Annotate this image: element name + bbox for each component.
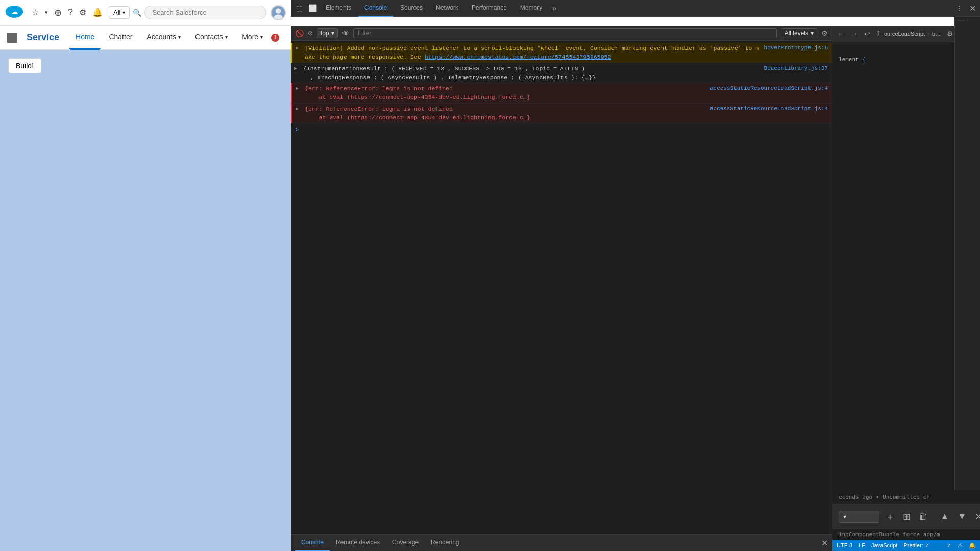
bottom-tab-coverage[interactable]: Coverage: [386, 535, 425, 552]
search-area: All ▾ 🔍: [109, 6, 266, 19]
notification-badge: 1: [271, 34, 279, 42]
nav-item-contacts[interactable]: Contacts ▾: [189, 26, 234, 50]
add-icon[interactable]: ⊕: [52, 6, 64, 19]
statusbar: UTF-8 LF JavaScript Prettier: ✓ ✓ ⚠ 🔔: [832, 540, 980, 551]
levels-selector[interactable]: All levels ▾: [781, 28, 817, 38]
bottom-tab-console[interactable]: Console: [295, 535, 330, 552]
close-bottom-panel-icon[interactable]: ✕: [821, 538, 828, 548]
entry-toggle[interactable]: ▶: [296, 85, 299, 92]
context-selector[interactable]: top ▾: [317, 28, 338, 38]
console-settings-icon[interactable]: ⚙: [821, 29, 828, 37]
sf-navbar: Service Home Chatter Accounts ▾ Contacts…: [0, 26, 291, 50]
search-input[interactable]: [144, 6, 266, 19]
add-panel-icon[interactable]: ＋: [884, 509, 897, 525]
user-avatar[interactable]: [271, 5, 286, 20]
forward-icon[interactable]: →: [849, 29, 860, 39]
entry-source[interactable]: hoverPrototype.js:6: [764, 44, 828, 53]
devtools-dock-icon[interactable]: ⬚: [293, 2, 305, 14]
nav-icon[interactable]: ⤴: [874, 29, 882, 39]
bell-icon: 🔔: [969, 542, 976, 549]
checkmark-icon: ✓: [947, 542, 951, 549]
help-icon[interactable]: ?: [66, 6, 75, 19]
bottom-action-bar: ▾ ＋ ⊞ 🗑 ▲ ▼ ✕: [832, 504, 980, 529]
entry-toggle[interactable]: ▶: [296, 105, 299, 113]
svg-text:☁: ☁: [11, 8, 18, 15]
chevron-down-icon: ▾: [178, 34, 181, 40]
bottom-tab-remote-devices[interactable]: Remote devices: [330, 535, 386, 552]
app-launcher-icon[interactable]: [4, 30, 20, 46]
split-panel-icon[interactable]: ⊞: [901, 509, 913, 524]
nav-item-chatter[interactable]: Chatter: [103, 26, 138, 50]
entry-source[interactable]: accessStaticResourceLoadScript.js:4: [710, 105, 828, 113]
settings-icon[interactable]: ⚙: [77, 7, 88, 18]
console-output: ▶ [Violation] Added non-passive event li…: [291, 41, 832, 534]
chevron-down-icon[interactable]: ▾: [43, 8, 50, 17]
devtools-bottom-tabs: Console Remote devices Coverage Renderin…: [291, 534, 832, 551]
bundle-info: ingComponentBundle force-app/m: [832, 529, 980, 540]
tab-console[interactable]: Console: [358, 0, 393, 17]
console-clear-icon[interactable]: 🚫: [295, 29, 304, 37]
delete-panel-icon[interactable]: 🗑: [917, 509, 930, 524]
right-panel: ← → ↩ ⤴ ourceLoadScript › build › then()…: [832, 26, 980, 551]
tab-elements[interactable]: Elements: [320, 0, 357, 17]
encoding-item[interactable]: UTF-8: [837, 542, 852, 548]
console-filter-icon[interactable]: ⊘: [308, 30, 313, 37]
uncommitted-status: econds ago • Uncommitted ch: [832, 491, 980, 504]
devtools-inspect-icon[interactable]: ⬜: [306, 2, 318, 14]
entry-toggle[interactable]: ▶: [294, 65, 297, 72]
refresh-icon[interactable]: ↩: [862, 29, 872, 39]
chevron-down-icon: ▾: [331, 30, 334, 37]
warning-icon: ⚠: [958, 542, 963, 549]
entry-toggle[interactable]: ▶: [296, 44, 299, 52]
search-icon: 🔍: [133, 9, 141, 17]
up-icon[interactable]: ▲: [938, 509, 951, 524]
entry-text: {InstrumentationResult : ( RECEIVED = 13…: [303, 64, 762, 82]
entry-source[interactable]: accessStaticResourceLoadScript.js:4: [710, 84, 828, 93]
salesforce-logo[interactable]: ☁: [5, 3, 23, 23]
violation-link[interactable]: https://www.chromestatus.com/feature/574…: [425, 54, 611, 60]
entry-text: [Violation] Added non-passive event list…: [305, 44, 762, 62]
bottom-tab-rendering[interactable]: Rendering: [425, 535, 465, 552]
more-tabs-button[interactable]: »: [549, 4, 559, 12]
svg-point-3: [276, 8, 281, 13]
devtools-menu-icon[interactable]: ⋮: [953, 2, 965, 14]
sf-topbar: ☁ ☆ ▾ ⊕ ? ⚙ 🔔 All ▾ 🔍: [0, 0, 291, 26]
console-entry-warning: ▶ [Violation] Added non-passive event li…: [291, 43, 832, 63]
build-button[interactable]: Build!: [8, 58, 41, 73]
nav-item-more[interactable]: More ▾: [236, 26, 269, 50]
entry-source[interactable]: BeaconLibrary.js:37: [764, 64, 828, 73]
back-icon[interactable]: ←: [836, 29, 847, 39]
star-icon[interactable]: ☆: [30, 7, 41, 18]
chevron-down-icon: ▾: [225, 34, 228, 40]
console-entry-error-2: ▶ {err: ReferenceError: legra is not def…: [291, 104, 832, 124]
console-entry-error-1: ▶ {err: ReferenceError: legra is not def…: [291, 83, 832, 104]
tab-memory[interactable]: Memory: [514, 0, 548, 17]
bell-icon[interactable]: 🔔: [90, 7, 105, 18]
prettier-item[interactable]: Prettier: ✓: [903, 542, 929, 549]
language-item[interactable]: JavaScript: [871, 542, 897, 548]
chevron-down-icon: ▾: [122, 10, 125, 15]
nav-item-home[interactable]: Home: [69, 26, 101, 50]
sf-page-content: Build!: [0, 50, 291, 551]
entry-text: {err: ReferenceError: legra is not defin…: [305, 105, 708, 122]
console-entry-info: ▶ {InstrumentationResult : ( RECEIVED = …: [291, 63, 832, 84]
console-toolbar: 🚫 ⊘ top ▾ 👁 All levels ▾ ⚙: [291, 26, 832, 41]
bundle-select[interactable]: ▾: [839, 511, 879, 523]
chevron-down-icon: ▾: [260, 34, 263, 40]
tab-network[interactable]: Network: [430, 0, 464, 17]
settings-icon[interactable]: ⚙: [945, 29, 955, 39]
nav-item-accounts[interactable]: Accounts ▾: [140, 26, 187, 50]
eye-icon[interactable]: 👁: [342, 29, 349, 37]
chevron-down-icon: ▾: [811, 30, 814, 37]
close-panel-icon[interactable]: ✕: [973, 509, 980, 524]
devtools-close-button[interactable]: ✕: [967, 2, 978, 15]
down-icon[interactable]: ▼: [955, 509, 969, 524]
tab-performance[interactable]: Performance: [465, 0, 513, 17]
tab-sources[interactable]: Sources: [394, 0, 429, 17]
all-button[interactable]: All ▾: [109, 6, 130, 19]
topbar-icons: ☆ ▾ ⊕ ? ⚙ 🔔: [30, 6, 105, 19]
devtools-toolbar: ⬚ ⬜ Elements Console Sources Network Per…: [291, 0, 980, 17]
filter-input[interactable]: [353, 28, 777, 38]
devtools-panel: 🚫 ⊘ top ▾ 👁 All levels ▾ ⚙ ▶: [291, 26, 832, 551]
line-endings-item[interactable]: LF: [859, 542, 865, 548]
